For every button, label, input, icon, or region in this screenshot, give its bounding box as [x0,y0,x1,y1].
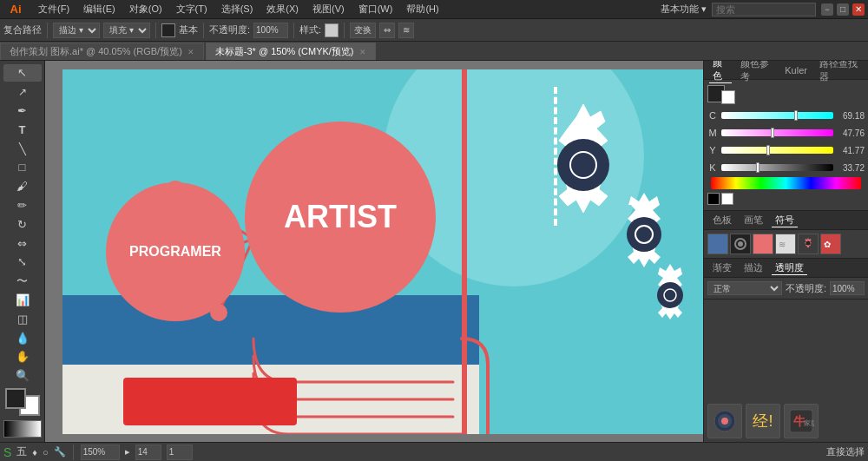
canvas-background: PROGRAMER ARTIST [45,61,703,442]
divider3 [203,23,204,38]
blend-opacity-row: 正常 不透明度: [707,281,865,295]
document-tabs: 创作策划 图标.ai* @ 40.05% (RGB/预览) ✕ 未标题-3* @… [0,42,868,61]
menu-object[interactable]: 对象(O) [126,1,166,17]
tab-stroke[interactable]: 描边 [740,261,766,274]
distort-button[interactable]: ≋ [398,23,414,38]
spectrum-bar[interactable] [711,177,861,189]
menu-edit[interactable]: 编辑(E) [80,1,119,17]
pos-x-input[interactable] [135,445,161,460]
rotate-tool[interactable]: ↻ [3,215,42,233]
svg-point-14 [806,241,811,246]
swatches-panel: ≋ ✿ [704,230,868,259]
minimize-button[interactable]: － [821,3,833,16]
swatch-orange[interactable] [753,234,773,254]
symbol-icon[interactable]: 牛 家版 [784,404,819,438]
tab-kuler[interactable]: Kuler [781,65,811,76]
fill-select[interactable]: 填充 ▾ [103,23,150,38]
paintbrush-tool[interactable]: 🖌 [3,178,42,195]
menu-file[interactable]: 文件(F) [35,1,73,17]
black-slider[interactable] [721,164,833,171]
pos-y-input[interactable] [167,445,193,460]
tab-gradient[interactable]: 渐变 [709,261,735,274]
tab-1-close[interactable]: ✕ [187,48,194,56]
divider2 [155,23,156,38]
zoom-input[interactable] [81,445,120,460]
swatch-red[interactable]: ✿ [820,234,841,254]
magenta-thumb[interactable] [771,128,774,138]
illustration: PROGRAMER ARTIST [62,69,703,434]
warp-tool[interactable]: 〜 [3,273,42,290]
bottom-icon-1[interactable]: S [3,445,11,459]
selection-tool[interactable]: ↖ [3,64,42,82]
tab-2-close[interactable]: ✕ [359,48,366,56]
gradient-tool[interactable]: ◫ [3,310,42,327]
black-thumb[interactable] [756,162,760,173]
tab-2[interactable]: 未标题-3* @ 150% (CMYK/预览) ✕ [206,43,376,60]
svg-point-12 [738,241,743,247]
bottom-icon-3[interactable]: ♦ [32,447,37,458]
line-tool[interactable]: ╲ [3,140,42,157]
swatch-gear[interactable] [798,234,819,254]
maximize-button[interactable]: □ [837,3,849,16]
gradient-preview[interactable] [3,420,42,438]
tab-brushes[interactable]: 画笔 [740,214,766,227]
bottom-icon-5[interactable]: 🔧 [54,446,66,458]
swatches-panel-header: 色板 画笔 符号 [704,211,868,230]
white-swatch[interactable] [721,193,733,205]
bottom-icon-4[interactable]: ○ [43,447,49,458]
cyan-value: 69.18 [837,111,865,121]
reflect-tool[interactable]: ⇔ [3,234,42,252]
svg-point-10 [664,289,676,301]
type-tool[interactable]: T [3,121,42,138]
menu-select[interactable]: 选择(S) [218,1,257,17]
tab-1[interactable]: 创作策划 图标.ai* @ 40.05% (RGB/预览) ✕ [0,43,204,60]
swatch-pattern1[interactable] [730,234,751,254]
appearance-icon[interactable] [707,404,742,438]
yellow-slider[interactable] [721,147,833,154]
menu-text[interactable]: 文字(T) [173,1,211,17]
artboard[interactable]: PROGRAMER ARTIST [62,69,703,434]
svg-text:家版: 家版 [804,419,814,427]
programer-text: PROGRAMER [129,244,221,260]
tab-symbols[interactable]: 符号 [772,214,798,227]
canvas-area[interactable]: PROGRAMER ARTIST [45,61,703,442]
color-swatches[interactable] [3,388,42,416]
close-button[interactable]: ✕ [852,3,865,16]
menu-view[interactable]: 视图(V) [309,1,348,17]
graph-tool[interactable]: 📊 [3,292,42,309]
stroke-select[interactable]: 描边 ▾ [53,23,100,38]
menu-window[interactable]: 窗口(W) [355,1,397,17]
cyan-thumb[interactable] [794,110,798,121]
divider5 [344,23,345,38]
pen-tool[interactable]: ✒ [3,102,42,120]
scale-tool[interactable]: ⤡ [3,254,42,271]
opacity-input[interactable] [253,23,288,38]
bottom-icon-2[interactable]: 五 [16,445,27,459]
menu-help[interactable]: 帮助(H) [403,1,442,17]
blend-mode-select[interactable]: 正常 [707,281,782,295]
tab-transparency[interactable]: 透明度 [772,261,807,275]
menu-effect[interactable]: 效果(X) [263,1,302,17]
black-swatch[interactable] [707,193,720,205]
transform-button[interactable]: 变换 [350,23,376,38]
zoom-tool[interactable]: 🔍 [3,367,42,385]
fg-color-swatch[interactable] [5,388,26,409]
magenta-slider[interactable] [721,129,833,136]
hand-tool[interactable]: ✋ [3,348,42,366]
bg-color-indicator[interactable] [721,90,735,104]
search-input[interactable] [712,3,816,16]
shape-tool[interactable]: □ [3,159,42,176]
cyan-slider[interactable] [721,112,833,119]
align-button[interactable]: ⇔ [379,23,395,38]
pattern-icon[interactable]: 经! [746,404,780,438]
yellow-thumb[interactable] [766,145,770,155]
swatch-pattern2[interactable]: ≋ [775,234,796,254]
direct-selection-tool[interactable]: ↗ [3,83,42,101]
programer-circle: PROGRAMER [106,182,245,321]
eyedropper-tool[interactable]: 💧 [3,329,42,346]
pencil-tool[interactable]: ✏ [3,197,42,214]
swatch-blue[interactable] [707,234,728,254]
color-panel: C 69.18 M 47.76 Y 41.77 [704,80,868,211]
opacity-input[interactable] [830,281,865,295]
tab-swatches[interactable]: 色板 [709,214,735,227]
